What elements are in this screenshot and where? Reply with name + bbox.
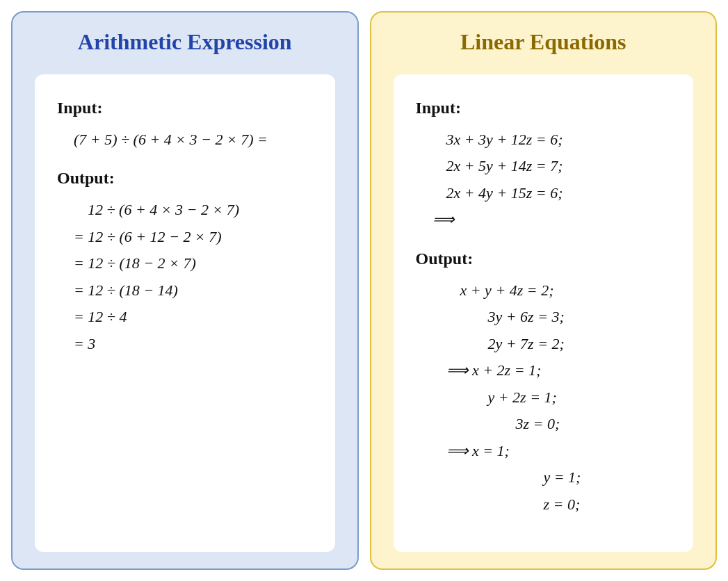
lin-out-3: ⟹ x + 2z = 1; — [446, 357, 672, 384]
lin-in-arrow: ⟹ — [432, 206, 672, 234]
arith-out-3: = 12 ÷ (18 − 14) — [74, 277, 313, 304]
arithmetic-output-block: 12 ÷ (6 + 4 × 3 − 2 × 7) = 12 ÷ (6 + 12 … — [74, 197, 313, 357]
lin-out-8: z = 0; — [544, 491, 672, 518]
lin-out-2: 2y + 7z = 2; — [488, 331, 672, 358]
arithmetic-output-label: Output: — [57, 164, 313, 193]
linear-input-label: Input: — [416, 94, 672, 122]
arith-out-1: = 12 ÷ (6 + 12 − 2 × 7) — [74, 224, 313, 251]
lin-out-5: 3z = 0; — [516, 411, 672, 438]
linear-output-block: x + y + 4z = 2;3y + 6z = 3;2y + 7z = 2;⟹… — [432, 277, 672, 518]
linear-output-label: Output: — [416, 245, 672, 273]
lin-out-1: 3y + 6z = 3; — [488, 304, 672, 331]
arithmetic-input-line: (7 + 5) ÷ (6 + 4 × 3 − 2 × 7) = — [74, 126, 313, 154]
linear-panel: Linear Equations Input: 3x + 3y + 12z = … — [370, 11, 718, 570]
lin-out-4: y + 2z = 1; — [488, 384, 672, 411]
arithmetic-content: Input: (7 + 5) ÷ (6 + 4 × 3 − 2 × 7) = O… — [35, 74, 335, 552]
lin-in-0: 3x + 3y + 12z = 6; — [446, 126, 672, 154]
linear-content: Input: 3x + 3y + 12z = 6; 2x + 5y + 14z … — [394, 74, 694, 552]
lin-out-7: y = 1; — [544, 464, 672, 491]
arith-out-5: = 3 — [74, 331, 313, 358]
lin-out-0: x + y + 4z = 2; — [460, 277, 672, 304]
arithmetic-panel: Arithmetic Expression Input: (7 + 5) ÷ (… — [11, 11, 359, 570]
main-container: Arithmetic Expression Input: (7 + 5) ÷ (… — [0, 0, 728, 581]
arithmetic-title: Arithmetic Expression — [35, 29, 335, 55]
arith-out-0: 12 ÷ (6 + 4 × 3 − 2 × 7) — [88, 197, 313, 224]
linear-title: Linear Equations — [394, 29, 694, 55]
arithmetic-input-label: Input: — [57, 94, 313, 122]
linear-input-block: 3x + 3y + 12z = 6; 2x + 5y + 14z = 7; 2x… — [432, 126, 672, 234]
arith-out-2: = 12 ÷ (18 − 2 × 7) — [74, 250, 313, 277]
arithmetic-input-expression: (7 + 5) ÷ (6 + 4 × 3 − 2 × 7) = — [74, 126, 313, 154]
lin-out-6: ⟹ x = 1; — [446, 438, 672, 465]
lin-in-1: 2x + 5y + 14z = 7; — [446, 153, 672, 180]
arith-out-4: = 12 ÷ 4 — [74, 304, 313, 331]
lin-in-2: 2x + 4y + 15z = 6; — [446, 180, 672, 207]
